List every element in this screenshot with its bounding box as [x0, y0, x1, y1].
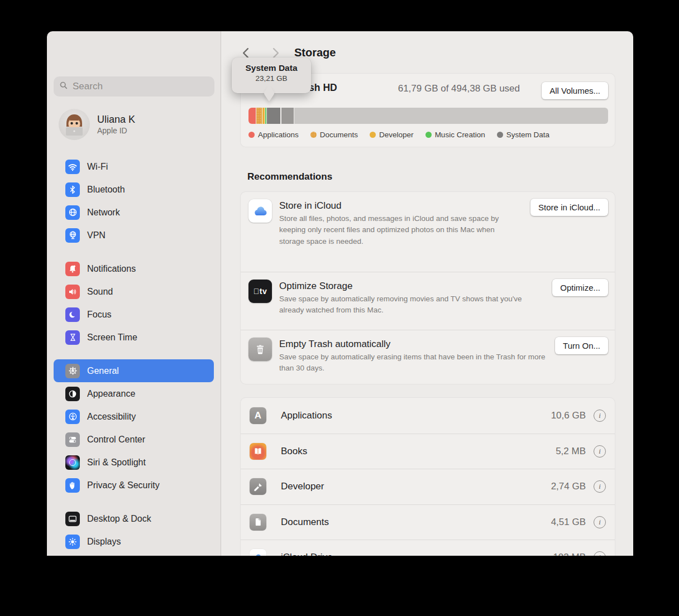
sidebar-item-privacy-security[interactable]: Privacy & Security [54, 474, 214, 497]
tooltip-title: System Data [232, 63, 311, 73]
storage-segment-other[interactable] [281, 108, 294, 124]
storage-segment-music-creation[interactable] [265, 108, 266, 124]
sidebar-item-desktop-dock[interactable]: Desktop & Dock [54, 507, 214, 530]
legend-item: Applications [248, 131, 299, 139]
info-button[interactable]: i [594, 480, 606, 493]
all-volumes-button[interactable]: All Volumes... [542, 82, 608, 99]
storage-segment-system-data[interactable] [267, 108, 280, 124]
category-row-books[interactable]: Books 5,2 MB i [241, 434, 615, 469]
storage-bar [248, 108, 608, 124]
category-row-applications[interactable]: A Applications 10,6 GB i [241, 398, 615, 434]
category-label: Documents [281, 517, 329, 528]
system-settings-window: Uliana K Apple ID Wi-Fi Bluetooth [47, 31, 633, 556]
sidebar-item-focus[interactable]: Focus [54, 303, 214, 326]
sidebar-item-label: Privacy & Security [87, 480, 160, 490]
optimize-storage-row: tv Optimize Storage Save space by autom… [241, 272, 615, 330]
info-button[interactable]: i [594, 551, 606, 556]
sidebar-item-network[interactable]: Network [54, 201, 214, 224]
hand-icon [65, 478, 80, 493]
sidebar-item-general[interactable]: General [54, 359, 214, 382]
legend-dot-applications [248, 132, 255, 138]
category-label: Books [281, 446, 307, 457]
legend-label: Applications [258, 131, 299, 139]
legend-label: System Data [506, 131, 549, 139]
sidebar-item-label: Notifications [87, 264, 136, 274]
sidebar-item-accessibility[interactable]: Accessibility [54, 405, 214, 428]
sidebar: Uliana K Apple ID Wi-Fi Bluetooth [47, 31, 221, 556]
sidebar-item-sound[interactable]: Sound [54, 280, 214, 303]
storage-segment-free[interactable] [294, 108, 608, 124]
legend-label: Music Creation [435, 131, 485, 139]
sidebar-item-label: Sound [87, 287, 113, 297]
store-in-icloud-button[interactable]: Store in iCloud... [530, 199, 608, 216]
legend-dot-documents [310, 132, 317, 138]
sidebar-item-siri-spotlight[interactable]: Siri & Spotlight [54, 451, 214, 474]
sidebar-item-appearance[interactable]: Appearance [54, 382, 214, 405]
sidebar-item-label: Bluetooth [87, 185, 125, 195]
icloud-icon [248, 199, 272, 223]
globe-icon [65, 205, 80, 220]
sidebar-item-vpn[interactable]: VPN [54, 224, 214, 247]
info-button[interactable]: i [594, 410, 606, 422]
sidebar-item-control-center[interactable]: Control Center [54, 428, 214, 451]
moon-icon [65, 307, 80, 322]
tooltip-value: 23,21 GB [232, 74, 311, 83]
info-button[interactable]: i [594, 516, 606, 528]
category-row-documents[interactable]: Documents 4,51 GB i [241, 504, 615, 540]
desktop-background: Uliana K Apple ID Wi-Fi Bluetooth [0, 0, 679, 616]
hammer-icon [250, 478, 266, 495]
info-button[interactable]: i [594, 445, 606, 458]
legend-item: System Data [497, 131, 549, 139]
sidebar-item-label: Network [87, 208, 120, 218]
sidebar-item-bluetooth[interactable]: Bluetooth [54, 178, 214, 201]
apple-id-row[interactable]: Uliana K Apple ID [59, 109, 135, 140]
speaker-icon [65, 285, 80, 299]
gear-icon [65, 364, 80, 378]
search-input[interactable] [71, 80, 209, 93]
sidebar-item-label: Displays [87, 537, 121, 547]
category-row-developer[interactable]: Developer 2,74 GB i [241, 469, 615, 504]
category-size: 2,74 GB [551, 481, 586, 492]
sidebar-item-notifications[interactable]: Notifications [54, 257, 214, 280]
content-pane: Storage Macintosh HD 61,79 GB of 494,38 … [221, 31, 633, 556]
accessibility-icon [65, 410, 80, 424]
category-size: 10,6 GB [551, 410, 586, 421]
sidebar-item-wifi[interactable]: Wi-Fi [54, 155, 214, 178]
usage-summary: 61,79 GB of 494,38 GB used [398, 83, 520, 94]
recommendation-description: Save space by automatically removing mov… [279, 293, 528, 316]
search-field[interactable] [54, 76, 214, 97]
sidebar-item-label: Control Center [87, 435, 145, 445]
sidebar-nav: Wi-Fi Bluetooth Network VPN [47, 155, 221, 553]
category-label: Applications [281, 410, 332, 421]
sidebar-item-screen-time[interactable]: Screen Time [54, 326, 214, 349]
sidebar-item-displays[interactable]: Displays [54, 530, 214, 553]
storage-segment-applications[interactable] [248, 108, 256, 124]
bell-icon [65, 262, 80, 276]
control-center-icon [65, 432, 80, 447]
system-data-tooltip: System Data 23,21 GB [232, 57, 311, 93]
legend-item: Documents [310, 131, 358, 139]
sidebar-item-label: Siri & Spotlight [87, 458, 146, 468]
recommendations-card: Store in iCloud Store all files, photos,… [240, 191, 615, 384]
vpn-globe-icon [65, 228, 80, 243]
sidebar-item-label: Appearance [87, 389, 135, 399]
legend-label: Developer [379, 131, 414, 139]
search-icon [59, 81, 68, 92]
bluetooth-icon [65, 182, 80, 197]
sidebar-item-label: VPN [87, 230, 106, 240]
legend-dot-system-data [497, 132, 503, 138]
optimize-button[interactable]: Optimize... [552, 279, 608, 296]
category-label: iCloud Drive [281, 552, 333, 556]
turn-on-button[interactable]: Turn On... [555, 337, 608, 354]
storage-legend: Applications Documents Developer Music C… [248, 131, 549, 139]
storage-segment-developer[interactable] [262, 108, 265, 124]
legend-item: Music Creation [425, 131, 485, 139]
sidebar-item-label: Wi-Fi [87, 162, 108, 172]
recommendation-description: Store all files, photos, and messages in… [279, 213, 514, 247]
storage-segment-documents[interactable] [256, 108, 262, 124]
category-row-icloud-drive[interactable]: iCloud Drive 102 MB i [241, 540, 615, 556]
user-name: Uliana K [97, 113, 135, 126]
category-label: Developer [281, 481, 324, 492]
category-size: 5,2 MB [556, 446, 586, 457]
legend-dot-developer [370, 132, 376, 138]
